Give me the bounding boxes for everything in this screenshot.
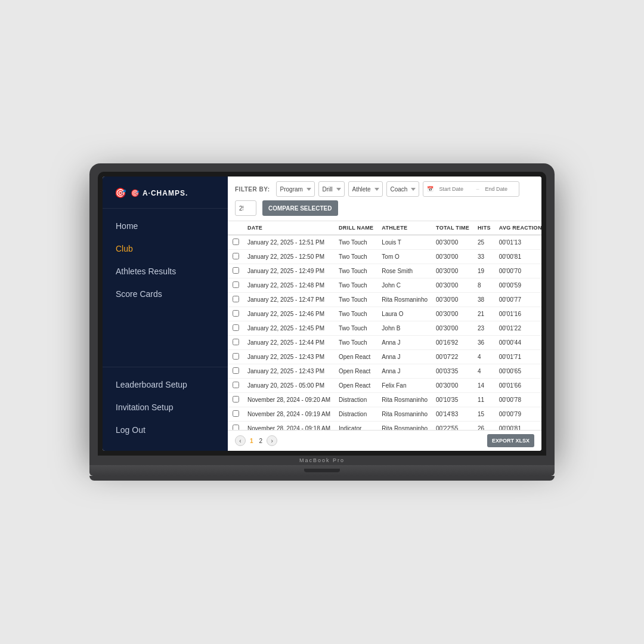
- nav-bottom: Leaderboard Setup Invitation Setup Log O…: [103, 367, 228, 451]
- row-date: January 22, 2025 - 12:48 PM: [244, 278, 335, 293]
- page-1[interactable]: 1: [248, 438, 255, 444]
- row-select-checkbox[interactable]: [233, 382, 239, 388]
- page-2[interactable]: 2: [258, 438, 265, 444]
- row-select-checkbox[interactable]: [233, 353, 239, 360]
- table-header: DATE DRILL NAME ATHLETE TOTAL TIME HITS …: [228, 221, 541, 235]
- row-drill: Two Touch: [335, 264, 378, 278]
- table-row: January 22, 2025 - 12:51 PM Two Touch Lo…: [228, 235, 541, 250]
- end-date-input[interactable]: [483, 186, 519, 192]
- row-checkbox[interactable]: [228, 293, 244, 307]
- row-athlete: Felix Fan: [378, 379, 432, 393]
- row-checkbox[interactable]: [228, 364, 244, 379]
- row-total-time: 00'10'35: [432, 393, 474, 407]
- col-date: DATE: [244, 221, 335, 235]
- row-checkbox[interactable]: [228, 264, 244, 278]
- drill-filter[interactable]: Drill: [318, 181, 345, 197]
- laptop-frame: 🎯 🎯 A·CHAMPS. Home Club Athletes Results…: [89, 163, 555, 481]
- row-avg-reaction: 00'01'71: [496, 350, 541, 364]
- row-checkbox[interactable]: [228, 336, 244, 350]
- date-separator: –: [473, 186, 483, 192]
- row-drill: Distraction: [335, 407, 378, 422]
- row-select-checkbox[interactable]: [233, 339, 239, 345]
- row-checkbox[interactable]: [228, 407, 244, 422]
- row-checkbox[interactable]: [228, 350, 244, 364]
- row-select-checkbox[interactable]: [233, 267, 239, 274]
- table-row: November 28, 2024 - 09:18 AM Indicator R…: [228, 422, 541, 431]
- row-total-time: 00'30'00: [432, 379, 474, 393]
- nav-items: Home Club Athletes Results Score Cards: [103, 209, 228, 311]
- sidebar-item-home[interactable]: Home: [103, 215, 228, 237]
- laptop-foot: [89, 476, 555, 481]
- row-select-checkbox[interactable]: [233, 410, 239, 417]
- results-table: DATE DRILL NAME ATHLETE TOTAL TIME HITS …: [228, 221, 541, 430]
- sidebar: 🎯 🎯 A·CHAMPS. Home Club Athletes Results…: [103, 177, 228, 451]
- row-athlete: Rita Rosmaninho: [378, 422, 432, 431]
- row-hits: 4: [474, 350, 496, 364]
- start-date-input[interactable]: [437, 186, 473, 192]
- main-content: FILTER BY: Program Drill Athlete Coach: [228, 177, 541, 451]
- row-date: January 22, 2025 - 12:50 PM: [244, 250, 335, 264]
- row-date: November 28, 2024 - 09:20 AM: [244, 393, 335, 407]
- row-select-checkbox[interactable]: [233, 239, 239, 245]
- row-avg-reaction: 00'00'79: [496, 407, 541, 422]
- sidebar-item-score-cards[interactable]: Score Cards: [103, 283, 228, 305]
- row-select-checkbox[interactable]: [233, 281, 239, 288]
- table-row: January 22, 2025 - 12:44 PM Two Touch An…: [228, 336, 541, 350]
- row-checkbox[interactable]: [228, 379, 244, 393]
- row-select-checkbox[interactable]: [233, 367, 239, 374]
- table-row: January 22, 2025 - 12:46 PM Two Touch La…: [228, 307, 541, 321]
- row-drill: Indicator: [335, 422, 378, 431]
- row-athlete: Laura O: [378, 307, 432, 321]
- row-date: January 22, 2025 - 12:43 PM: [244, 364, 335, 379]
- laptop-notch: [304, 469, 340, 472]
- row-drill: Open React: [335, 364, 378, 379]
- row-total-time: 00'30'00: [432, 321, 474, 336]
- sidebar-item-invitation-setup[interactable]: Invitation Setup: [103, 396, 228, 419]
- export-xlsx-button[interactable]: EXPORT XLSX: [487, 434, 534, 447]
- macbook-label: MacBook Pro: [89, 456, 555, 465]
- row-drill: Open React: [335, 350, 378, 364]
- pagination-prev[interactable]: ‹: [235, 435, 246, 446]
- row-athlete: John B: [378, 321, 432, 336]
- row-select-checkbox[interactable]: [233, 296, 239, 302]
- sidebar-item-athletes-results[interactable]: Athletes Results: [103, 260, 228, 283]
- coach-filter[interactable]: Coach: [386, 181, 419, 197]
- row-drill: Two Touch: [335, 336, 378, 350]
- athlete-filter[interactable]: Athlete: [348, 181, 383, 197]
- row-drill: Distraction: [335, 393, 378, 407]
- row-checkbox[interactable]: [228, 250, 244, 264]
- compare-selected-button[interactable]: COMPARE SELECTED: [262, 200, 338, 216]
- sidebar-item-log-out[interactable]: Log Out: [103, 419, 228, 441]
- row-hits: 25: [474, 235, 496, 250]
- sidebar-item-club[interactable]: Club: [103, 237, 228, 260]
- program-filter[interactable]: Program: [276, 181, 315, 197]
- row-avg-reaction: 00'00'81: [496, 250, 541, 264]
- table-row: November 28, 2024 - 09:20 AM Distraction…: [228, 393, 541, 407]
- row-checkbox[interactable]: [228, 321, 244, 336]
- sidebar-item-leaderboard-setup[interactable]: Leaderboard Setup: [103, 373, 228, 396]
- row-checkbox[interactable]: [228, 278, 244, 293]
- row-date: January 22, 2025 - 12:45 PM: [244, 321, 335, 336]
- row-hits: 8: [474, 278, 496, 293]
- row-drill: Open React: [335, 379, 378, 393]
- row-checkbox[interactable]: [228, 422, 244, 431]
- pagination-next[interactable]: ›: [267, 435, 277, 446]
- row-select-checkbox[interactable]: [233, 253, 239, 259]
- row-select-checkbox[interactable]: [233, 310, 239, 317]
- row-total-time: 00'22'55: [432, 422, 474, 431]
- row-date: January 22, 2025 - 12:43 PM: [244, 350, 335, 364]
- row-avg-reaction: 00'00'44: [496, 336, 541, 350]
- row-date: November 28, 2024 - 09:19 AM: [244, 407, 335, 422]
- row-athlete: Rita Rosmaninho: [378, 393, 432, 407]
- col-athlete: ATHLETE: [378, 221, 432, 235]
- row-drill: Two Touch: [335, 278, 378, 293]
- count-input[interactable]: [235, 200, 256, 216]
- row-select-checkbox[interactable]: [233, 396, 239, 402]
- row-checkbox[interactable]: [228, 393, 244, 407]
- row-checkbox[interactable]: [228, 235, 244, 250]
- date-range-filter[interactable]: 📅 –: [423, 181, 519, 197]
- row-select-checkbox[interactable]: [233, 425, 239, 430]
- row-hits: 36: [474, 336, 496, 350]
- row-checkbox[interactable]: [228, 307, 244, 321]
- row-select-checkbox[interactable]: [233, 324, 239, 331]
